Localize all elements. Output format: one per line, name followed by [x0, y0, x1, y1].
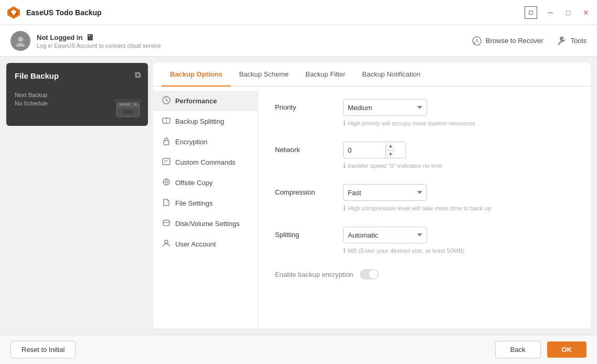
enable-encryption-row: Enable backup encryption	[275, 269, 574, 280]
sidebar: ⧉ File Backup Next Backup No Schedule	[6, 63, 148, 328]
splitting-controls: Automatic 650MB 1GB 2GB Custom ℹ MB (Ent…	[343, 227, 464, 254]
tools-button[interactable]: Tools	[556, 35, 587, 47]
encryption-icon	[162, 137, 171, 147]
splitting-hint-icon: ℹ	[343, 247, 346, 254]
nav-disk-volume-settings-label: Disk/Volume Settings	[175, 220, 240, 228]
backup-device-icon	[114, 96, 142, 120]
user-account-icon	[162, 239, 171, 249]
splitting-label: Splitting	[275, 227, 343, 239]
close-button[interactable]: ✕	[581, 8, 591, 17]
spinner-buttons: ▲ ▼	[386, 142, 395, 158]
network-row: Network ▲ ▼ ℹ transfer speed "0" indicat…	[275, 142, 574, 169]
browse-icon	[471, 35, 483, 47]
compression-hint: ℹ High compression level will take more …	[343, 204, 492, 212]
nav-custom-commands[interactable]: Custom Commands	[153, 152, 258, 173]
user-subtitle: Log in EaseUS Account to connect cloud s…	[37, 42, 161, 49]
svg-rect-15	[164, 141, 169, 145]
enable-encryption-toggle[interactable]	[360, 269, 379, 280]
nav-performance[interactable]: Performance	[153, 91, 258, 111]
compression-label: Compression	[275, 184, 343, 196]
splitting-select[interactable]: Automatic 650MB 1GB 2GB Custom	[343, 227, 427, 243]
nav-backup-splitting-label: Backup Splitting	[175, 117, 224, 125]
svg-rect-11	[114, 99, 142, 102]
network-spinner: ▲ ▼	[343, 142, 406, 158]
network-hint: ℹ transfer speed "0" indicates no limit	[343, 162, 442, 169]
enable-encryption-label: Enable backup encryption	[275, 271, 354, 279]
priority-select[interactable]: Low Medium High	[343, 99, 427, 116]
user-section: Not Logged in 🖥 Log in EaseUS Account to…	[10, 31, 471, 51]
nav-disk-volume-settings[interactable]: Disk/Volume Settings	[153, 213, 258, 234]
reset-to-initial-button[interactable]: Reset to Initial	[10, 341, 76, 358]
svg-point-22	[165, 240, 168, 243]
tab-backup-scheme[interactable]: Backup Scheme	[231, 63, 297, 87]
sidebar-card: ⧉ File Backup Next Backup No Schedule	[6, 63, 148, 126]
nav-custom-commands-label: Custom Commands	[175, 158, 236, 166]
app-logo	[6, 5, 21, 20]
svg-rect-16	[163, 158, 170, 165]
tab-backup-notification[interactable]: Backup Notification	[354, 63, 429, 87]
avatar	[10, 31, 30, 51]
priority-hint: ℹ High priority will occupy more system …	[343, 119, 475, 127]
header-actions: Browse to Recover Tools	[471, 35, 587, 47]
nav-offsite-copy[interactable]: Offsite Copy	[153, 173, 258, 193]
nav-backup-splitting[interactable]: Backup Splitting	[153, 111, 258, 132]
performance-icon	[162, 96, 171, 106]
network-input[interactable]	[344, 146, 386, 154]
backup-splitting-icon	[162, 116, 171, 126]
nav-user-account-label: User Account	[175, 240, 216, 248]
ok-button[interactable]: OK	[547, 341, 587, 358]
network-down-button[interactable]: ▼	[386, 151, 395, 158]
svg-point-4	[16, 43, 25, 47]
offsite-copy-icon	[162, 178, 171, 188]
svg-point-3	[18, 37, 23, 42]
priority-label: Priority	[275, 99, 343, 111]
priority-row: Priority Low Medium High ℹ High priority…	[275, 99, 574, 127]
main-layout: ⧉ File Backup Next Backup No Schedule	[0, 57, 597, 335]
tabs-bar: Backup Options Backup Scheme Backup Filt…	[153, 63, 591, 87]
network-label: Network	[275, 142, 343, 154]
svg-point-9	[134, 103, 136, 105]
nav-offsite-copy-label: Offsite Copy	[175, 179, 212, 187]
right-panel: Priority Low Medium High ℹ High priority…	[258, 87, 591, 328]
left-nav: Performance Backup Splitting Encryption	[153, 87, 258, 328]
compression-select[interactable]: None Fast Medium High	[343, 184, 427, 201]
priority-controls: Low Medium High ℹ High priority will occ…	[343, 99, 475, 127]
bottom-bar: Reset to Initial Back OK	[0, 335, 597, 364]
priority-hint-icon: ℹ	[343, 119, 346, 127]
browse-to-recover-button[interactable]: Browse to Recover	[471, 35, 543, 47]
headerbar: Not Logged in 🖥 Log in EaseUS Account to…	[0, 25, 597, 57]
window-controls: ⊡ ─ □ ✕	[525, 6, 591, 19]
tab-backup-options[interactable]: Backup Options	[162, 63, 231, 87]
disk-volume-icon	[162, 219, 171, 229]
splitting-hint: ℹ MB (Enter your desired size, at least …	[343, 247, 464, 254]
tools-icon	[556, 35, 568, 47]
user-status: Not Logged in 🖥	[37, 33, 161, 42]
svg-point-21	[163, 220, 169, 223]
sidebar-title: File Backup	[15, 71, 140, 80]
network-controls: ▲ ▼ ℹ transfer speed "0" indicates no li…	[343, 142, 442, 169]
network-up-button[interactable]: ▲	[386, 142, 395, 151]
minimize-button[interactable]: ─	[546, 8, 555, 17]
network-hint-icon: ℹ	[343, 162, 346, 169]
titlebar: EaseUS Todo Backup ⊡ ─ □ ✕	[0, 0, 597, 25]
splitting-row: Splitting Automatic 650MB 1GB 2GB Custom…	[275, 227, 574, 254]
content-area: Backup Options Backup Scheme Backup Filt…	[153, 63, 591, 328]
back-button[interactable]: Back	[495, 341, 541, 358]
file-settings-icon	[162, 198, 171, 208]
nav-encryption-label: Encryption	[175, 138, 207, 146]
external-link-icon[interactable]: ⧉	[135, 70, 141, 80]
app-title: EaseUS Todo Backup	[26, 8, 525, 17]
nav-performance-label: Performance	[175, 97, 217, 105]
restore-button[interactable]: ⊡	[525, 6, 537, 19]
compression-controls: None Fast Medium High ℹ High compression…	[343, 184, 492, 212]
nav-user-account[interactable]: User Account	[153, 234, 258, 254]
user-info: Not Logged in 🖥 Log in EaseUS Account to…	[37, 33, 161, 49]
maximize-button[interactable]: □	[563, 8, 573, 17]
nav-encryption[interactable]: Encryption	[153, 132, 258, 152]
compression-row: Compression None Fast Medium High ℹ High…	[275, 184, 574, 212]
compression-hint-icon: ℹ	[343, 204, 346, 212]
nav-file-settings[interactable]: File Settings	[153, 193, 258, 213]
svg-rect-8	[120, 103, 130, 105]
svg-rect-10	[123, 110, 133, 114]
tab-backup-filter[interactable]: Backup Filter	[297, 63, 354, 87]
